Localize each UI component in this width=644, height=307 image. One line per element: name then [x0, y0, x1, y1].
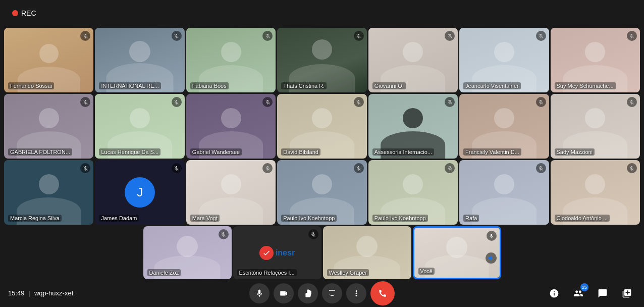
- tile-label: Thaís Cristina R.: [281, 82, 327, 89]
- tile-james[interactable]: J James Dadam: [95, 160, 184, 225]
- tile-label: Sady Mazzioni: [555, 148, 595, 156]
- tile-inesr[interactable]: inesr Escritório Relações I...: [233, 226, 321, 279]
- tile-label: INTERNATIONAL RE...: [99, 82, 160, 89]
- tile-paulo2[interactable]: Paulo Ivo Koehntopp: [368, 160, 458, 225]
- tile-label: Lucas Henrique Da S...: [99, 148, 160, 156]
- tile-voce[interactable]: Você: [413, 226, 501, 279]
- mic-muted-icon: [172, 97, 182, 107]
- mic-muted-icon: [536, 97, 546, 107]
- speaking-indicator: [486, 252, 497, 264]
- tile-label: Gabriel Wandersee: [190, 148, 242, 156]
- video-grid: Fernando Sossai INTERNATIONAL RE...: [4, 28, 640, 279]
- tile-label: Marcia Regina Silva: [8, 215, 62, 222]
- mic-muted-icon: [354, 163, 364, 173]
- mic-muted-icon: [445, 97, 455, 107]
- controls-center: [249, 281, 395, 305]
- tile-assessoria[interactable]: Assessoria Internacio...: [368, 94, 458, 159]
- tile-paulo1[interactable]: Paulo Ivo Koehntopp: [277, 160, 366, 225]
- tile-suymey[interactable]: Suy Mey Schumache...: [551, 28, 640, 92]
- chat-button[interactable]: [594, 284, 612, 302]
- tile-giovanni[interactable]: Giovanni O.: [368, 28, 458, 92]
- video-row-2: GABRIELA POLTRON... Lucas Henrique Da S.…: [4, 94, 640, 159]
- tile-label: Suy Mey Schumache...: [555, 82, 616, 89]
- video-row-1: Fernando Sossai INTERNATIONAL RE...: [4, 28, 640, 92]
- tile-label: Franciely Valentin D...: [463, 148, 521, 156]
- tile-marcia[interactable]: Marcia Regina Silva: [4, 160, 93, 225]
- more-options-button[interactable]: [346, 283, 366, 303]
- mic-active-icon: [487, 231, 497, 241]
- info-button[interactable]: [545, 284, 563, 302]
- tile-label: Mara Vogt: [190, 215, 220, 222]
- people-button[interactable]: 25: [569, 284, 587, 302]
- tile-fernando[interactable]: Fernando Sossai: [4, 28, 93, 92]
- mic-muted-icon: [172, 31, 182, 41]
- rec-dot: [12, 10, 18, 16]
- avatar: J: [125, 177, 155, 208]
- mic-muted-icon: [219, 229, 229, 239]
- tile-label: Escritório Relações I...: [237, 269, 297, 276]
- mic-muted-icon: [536, 163, 546, 173]
- tile-label: Assessoria Internacio...: [372, 148, 434, 156]
- time-info: 15:49 | wqp-huxz-xet: [8, 289, 73, 297]
- tile-international[interactable]: INTERNATIONAL RE...: [95, 28, 184, 92]
- present-button[interactable]: [322, 283, 342, 303]
- activities-button[interactable]: [618, 284, 636, 302]
- tile-label: Fabiana Boos: [190, 82, 229, 89]
- tile-label: Jeancarlo Visentainer: [463, 82, 521, 89]
- mic-muted-icon: [627, 163, 637, 173]
- camera-button[interactable]: [274, 283, 294, 303]
- tile-franciely[interactable]: Franciely Valentin D...: [459, 94, 549, 159]
- tile-sady[interactable]: Sady Mazzioni: [551, 94, 640, 159]
- tile-label: Fernando Sossai: [8, 82, 54, 89]
- video-row-3: Marcia Regina Silva J James Dadam: [4, 160, 640, 225]
- tile-label: Você: [418, 268, 435, 275]
- time-display: 15:49: [8, 289, 25, 297]
- tile-lucas[interactable]: Lucas Henrique Da S...: [95, 94, 184, 159]
- mic-muted-icon: [354, 97, 364, 107]
- tile-mara[interactable]: Mara Vogt: [186, 160, 276, 225]
- tile-label: David Bilsland: [281, 148, 320, 156]
- mic-muted-icon: [536, 31, 546, 41]
- rec-label: REC: [21, 9, 36, 17]
- tile-gabriela[interactable]: GABRIELA POLTRON...: [4, 94, 93, 159]
- mic-muted-icon: [627, 31, 637, 41]
- tile-gabriel[interactable]: Gabriel Wandersee: [186, 94, 276, 159]
- tile-label: Weslley Graper: [327, 269, 369, 276]
- mic-muted-icon: [354, 31, 364, 41]
- controls-right: 25: [545, 284, 636, 302]
- meeting-code: wqp-huxz-xet: [34, 289, 73, 297]
- tile-daniele[interactable]: Daniele Zoz: [143, 226, 232, 279]
- tile-rafa[interactable]: Rafa: [459, 160, 549, 225]
- people-count-badge: 25: [580, 283, 588, 291]
- tile-label: GABRIELA POLTRON...: [8, 148, 72, 156]
- mic-muted-icon: [172, 163, 182, 173]
- microphone-button[interactable]: [249, 283, 270, 303]
- tile-clodoaldo[interactable]: Clodoaldo Antônio ...: [551, 160, 640, 225]
- tile-label: Clodoaldo Antônio ...: [555, 215, 610, 222]
- tile-david[interactable]: David Bilsland: [277, 94, 366, 159]
- tile-label: Paulo Ivo Koehntopp: [372, 215, 428, 222]
- tile-label: Daniele Zoz: [147, 269, 181, 276]
- tile-jeancarlo[interactable]: Jeancarlo Visentainer: [459, 28, 549, 92]
- tile-label: Rafa: [463, 215, 479, 222]
- tile-label: James Dadam: [99, 215, 139, 222]
- tile-fabiana[interactable]: Fabiana Boos: [186, 28, 276, 92]
- bottom-bar: 15:49 | wqp-huxz-xet 25: [0, 279, 644, 307]
- raise-hand-button[interactable]: [298, 283, 318, 303]
- end-call-button[interactable]: [370, 281, 395, 305]
- tile-thais[interactable]: Thaís Cristina R.: [277, 28, 366, 92]
- mic-muted-icon: [308, 229, 318, 239]
- tile-label: Paulo Ivo Koehntopp: [281, 215, 337, 222]
- mic-muted-icon: [445, 163, 455, 173]
- mic-muted-icon: [445, 31, 455, 41]
- mic-muted-icon: [627, 97, 637, 107]
- rec-button[interactable]: REC: [6, 6, 42, 20]
- tile-weslley[interactable]: Weslley Graper: [323, 226, 411, 279]
- video-row-4: Daniele Zoz inesr Escritório Relações I.…: [4, 226, 640, 279]
- tile-label: Giovanni O.: [372, 82, 406, 89]
